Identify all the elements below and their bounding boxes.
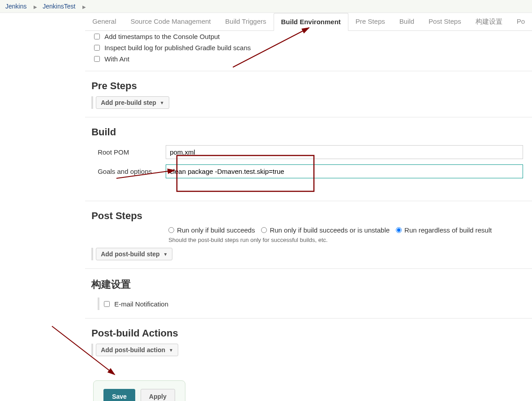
caret-down-icon: ▼ — [169, 348, 173, 353]
config-tabs: General Source Code Management Build Tri… — [85, 13, 532, 31]
section-build: Build Root POM Goals and options — [85, 120, 532, 201]
tab-build-environment[interactable]: Build Environment — [274, 13, 348, 31]
checkbox-with-ant[interactable] — [94, 56, 100, 62]
label-timestamps: Add timestamps to the Console Output — [104, 33, 220, 40]
breadcrumb-jenkins[interactable]: Jenkins — [5, 3, 26, 10]
tab-build[interactable]: Build — [392, 13, 421, 30]
input-root-pom[interactable] — [166, 145, 523, 159]
checkbox-email-notification[interactable] — [104, 301, 110, 307]
help-post-steps: Should the post-build steps run only for… — [85, 234, 532, 248]
caret-down-icon: ▼ — [160, 100, 164, 105]
drag-handle — [98, 298, 99, 310]
add-post-build-step-label: Add post-build step — [101, 250, 159, 258]
tab-pre-steps[interactable]: Pre Steps — [348, 13, 392, 30]
tab-triggers[interactable]: Build Triggers — [218, 13, 274, 30]
add-post-build-action-label: Add post-build action — [101, 346, 165, 354]
tab-post-steps[interactable]: Post Steps — [421, 13, 468, 30]
label-root-pom: Root POM — [98, 148, 166, 156]
sidebar — [0, 13, 77, 401]
input-goals-options[interactable] — [166, 164, 523, 178]
heading-build-settings: 构建设置 — [85, 272, 532, 296]
section-build-settings: 构建设置 E-mail Notification — [85, 272, 532, 319]
radio-regardless[interactable] — [396, 227, 402, 233]
section-pre-steps: Pre Steps Add pre-build step ▼ — [85, 74, 532, 117]
label-unstable: Run only if build succeeds or is unstabl… — [270, 226, 390, 234]
save-button[interactable]: Save — [103, 389, 135, 401]
label-goals-options: Goals and options — [98, 168, 166, 175]
tab-build-settings-cn[interactable]: 构建设置 — [468, 13, 510, 30]
label-gradle-scans: Inspect build log for published Gradle b… — [104, 44, 251, 52]
save-bar: Save Apply — [93, 380, 185, 401]
heading-post-steps: Post Steps — [85, 204, 532, 226]
add-pre-build-step-button[interactable]: Add pre-build step ▼ — [96, 96, 169, 109]
checkbox-timestamps[interactable] — [94, 34, 100, 39]
breadcrumb: Jenkins ▶ JenkinsTest ▶ — [0, 0, 532, 13]
heading-build: Build — [85, 120, 532, 142]
tab-po[interactable]: Po — [510, 13, 532, 30]
tab-scm[interactable]: Source Code Management — [124, 13, 218, 30]
breadcrumb-jenkinstest[interactable]: JenkinsTest — [43, 3, 75, 10]
heading-post-build-actions: Post-build Actions — [85, 321, 532, 344]
checkbox-gradle-scans[interactable] — [94, 45, 100, 51]
heading-pre-steps: Pre Steps — [85, 74, 532, 96]
caret-down-icon: ▼ — [163, 252, 168, 257]
chevron-right-icon: ▶ — [34, 4, 37, 9]
add-pre-build-step-label: Add pre-build step — [101, 99, 156, 106]
tab-general[interactable]: General — [85, 13, 123, 30]
label-with-ant: With Ant — [104, 55, 129, 63]
label-regardless: Run regardless of build result — [404, 226, 492, 234]
radio-succeeds[interactable] — [168, 227, 174, 233]
label-succeeds: Run only if build succeeds — [177, 226, 255, 234]
section-post-build-actions: Post-build Actions Add post-build action… — [85, 321, 532, 364]
drag-handle — [91, 344, 93, 356]
label-email-notification: E-mail Notification — [114, 300, 168, 308]
section-build-environment: Add timestamps to the Console Output Ins… — [85, 31, 532, 71]
drag-handle — [91, 96, 93, 109]
drag-handle — [91, 248, 93, 260]
add-post-build-action-button[interactable]: Add post-build action ▼ — [96, 344, 178, 356]
radio-unstable[interactable] — [261, 227, 267, 233]
section-post-steps: Post Steps Run only if build succeeds Ru… — [85, 204, 532, 269]
add-post-build-step-button[interactable]: Add post-build step ▼ — [96, 248, 172, 260]
chevron-right-icon: ▶ — [82, 4, 86, 9]
apply-button[interactable]: Apply — [141, 389, 175, 401]
